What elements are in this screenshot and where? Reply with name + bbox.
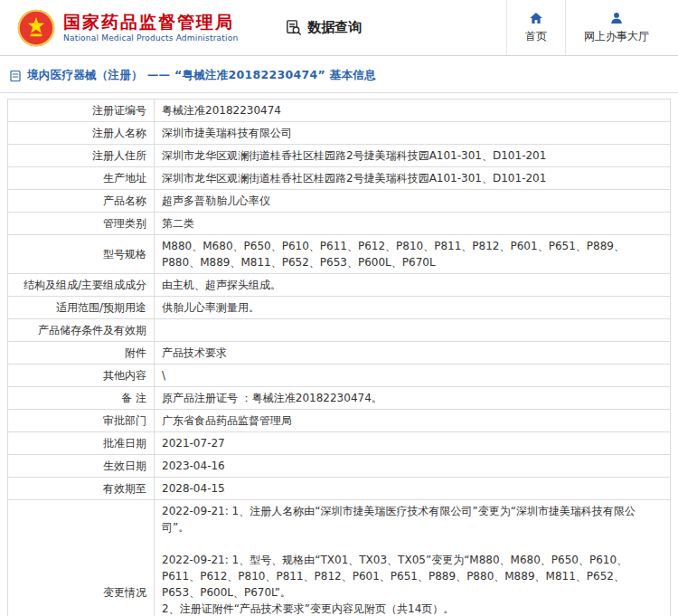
document-icon bbox=[9, 70, 22, 82]
page-title: 境内医疗器械（注册） —— “粤械注准20182230474” 基本信息 bbox=[27, 68, 376, 83]
table-row: 其他内容 \ bbox=[8, 365, 671, 387]
row-value: M880、M680、P650、P610、P611、P612、P810、P811、… bbox=[155, 235, 671, 274]
row-label: 产品名称 bbox=[8, 190, 155, 213]
row-value: 粤械注准20182230474 bbox=[155, 100, 671, 122]
table-row: 型号规格 M880、M680、P650、P610、P611、P612、P810、… bbox=[8, 235, 671, 274]
row-value: 超声多普勒胎儿心率仪 bbox=[155, 190, 671, 213]
table-row: 产品名称 超声多普勒胎儿心率仪 bbox=[8, 190, 671, 213]
row-label: 生产地址 bbox=[8, 167, 155, 190]
row-value: \ bbox=[155, 365, 671, 387]
table-row-change-history: 变更情况 2022-09-21: 1、注册人名称由“深圳市捷美瑞医疗技术有限公司… bbox=[8, 500, 671, 616]
row-label: 管理类别 bbox=[8, 213, 155, 235]
row-label: 其他内容 bbox=[8, 365, 155, 387]
home-icon bbox=[529, 11, 543, 25]
row-label: 适用范围/预期用途 bbox=[8, 297, 155, 319]
row-value: 深圳市龙华区观澜街道桂香社区桂园路2号捷美瑞科技园A101-301、D101-2… bbox=[155, 145, 671, 167]
user-icon bbox=[609, 11, 624, 25]
table-row: 生效日期 2023-04-16 bbox=[8, 455, 671, 478]
table-row: 注册人住所 深圳市龙华区观澜街道桂香社区桂园路2号捷美瑞科技园A101-301、… bbox=[8, 145, 671, 167]
row-label: 备 注 bbox=[8, 387, 155, 410]
data-query-label: 数据查询 bbox=[307, 19, 362, 36]
row-label: 批准日期 bbox=[8, 432, 155, 455]
row-value: 深圳市龙华区观澜街道桂香社区桂园路2号捷美瑞科技园A101-301、D101-2… bbox=[155, 167, 671, 190]
page-title-bar: 境内医疗器械（注册） —— “粤械注准20182230474” 基本信息 bbox=[0, 56, 678, 93]
row-label: 结构及组成/主要组成成分 bbox=[8, 274, 155, 297]
agency-name-en: National Medical Products Administration bbox=[63, 33, 238, 43]
table-row: 结构及组成/主要组成成分 由主机、超声探头组成。 bbox=[8, 274, 671, 297]
table-row: 有效期至 2028-04-15 bbox=[8, 478, 671, 500]
row-label: 注册人名称 bbox=[8, 122, 155, 145]
row-value: 深圳市捷美瑞科技有限公司 bbox=[155, 122, 671, 145]
national-emblem-icon bbox=[16, 8, 56, 48]
row-value: 2023-04-16 bbox=[155, 455, 671, 478]
table-row: 批准日期 2021-07-27 bbox=[8, 432, 671, 455]
row-value: 由主机、超声探头组成。 bbox=[155, 274, 671, 297]
row-value: 产品技术要求 bbox=[155, 342, 671, 365]
row-value: 第二类 bbox=[155, 213, 671, 235]
row-value: 供胎儿心率测量用。 bbox=[155, 297, 671, 319]
row-label: 注册证编号 bbox=[8, 100, 155, 122]
row-label: 型号规格 bbox=[8, 235, 155, 274]
nav-hall-label: 网上办事大厅 bbox=[584, 29, 649, 44]
row-label: 变更情况 bbox=[8, 500, 155, 616]
nav-item-service-hall[interactable]: 网上办事大厅 bbox=[565, 0, 667, 55]
registration-info-table: 注册证编号 粤械注准20182230474 注册人名称 深圳市捷美瑞科技有限公司… bbox=[7, 99, 671, 616]
table-row: 注册证编号 粤械注准20182230474 bbox=[8, 100, 671, 122]
row-label: 产品储存条件及有效期 bbox=[8, 319, 155, 342]
row-label: 有效期至 bbox=[8, 478, 155, 500]
top-nav: 首页 网上办事大厅 bbox=[506, 0, 667, 55]
row-value: 广东省食品药品监督管理局 bbox=[155, 410, 671, 432]
table-row: 生产地址 深圳市龙华区观澜街道桂香社区桂园路2号捷美瑞科技园A101-301、D… bbox=[8, 167, 671, 190]
table-row: 注册人名称 深圳市捷美瑞科技有限公司 bbox=[8, 122, 671, 145]
nav-home-label: 首页 bbox=[525, 29, 547, 44]
table-row: 附件 产品技术要求 bbox=[8, 342, 671, 365]
agency-logo[interactable]: 国家药品监督管理局 National Medical Products Admi… bbox=[16, 8, 238, 48]
row-value: 2021-07-27 bbox=[155, 432, 671, 455]
row-label: 附件 bbox=[8, 342, 155, 365]
agency-name-cn: 国家药品监督管理局 bbox=[63, 13, 238, 33]
row-value: 2022-09-21: 1、注册人名称由“深圳市捷美瑞医疗技术有限公司”变更为“… bbox=[155, 500, 671, 616]
row-value: 2028-04-15 bbox=[155, 478, 671, 500]
row-label: 生效日期 bbox=[8, 455, 155, 478]
table-row: 产品储存条件及有效期 bbox=[8, 319, 671, 342]
nav-item-home[interactable]: 首页 bbox=[506, 0, 565, 55]
row-label: 审批部门 bbox=[8, 410, 155, 432]
table-row: 审批部门 广东省食品药品监督管理局 bbox=[8, 410, 671, 432]
nav-data-query[interactable]: 数据查询 bbox=[285, 19, 362, 36]
data-query-icon bbox=[285, 19, 302, 36]
table-row: 适用范围/预期用途 供胎儿心率测量用。 bbox=[8, 297, 671, 319]
table-row: 管理类别 第二类 bbox=[8, 213, 671, 235]
row-value: 原产品注册证号 ：粤械注准20182230474。 bbox=[155, 387, 671, 410]
row-label: 注册人住所 bbox=[8, 145, 155, 167]
row-value bbox=[155, 319, 671, 342]
table-row: 备 注 原产品注册证号 ：粤械注准20182230474。 bbox=[8, 387, 671, 410]
site-header: 国家药品监督管理局 National Medical Products Admi… bbox=[0, 0, 678, 56]
